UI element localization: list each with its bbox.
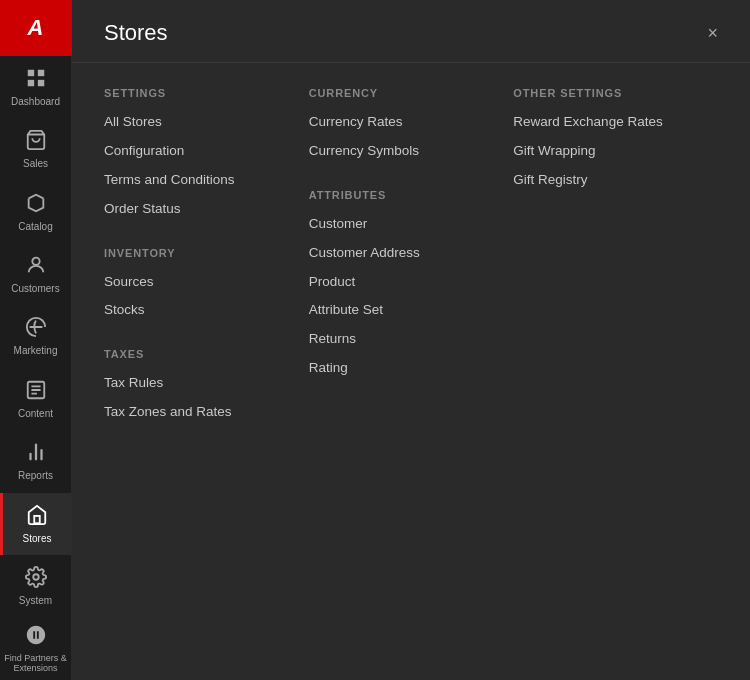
taxes-heading: TAXES: [104, 348, 309, 360]
sidebar-item-stores[interactable]: Stores: [0, 493, 72, 555]
gift-wrapping-link[interactable]: Gift Wrapping: [513, 142, 718, 161]
terms-conditions-link[interactable]: Terms and Conditions: [104, 171, 309, 190]
sidebar-item-label: Sales: [23, 158, 48, 170]
column-3: OTHER SETTINGS Reward Exchange Rates Gif…: [513, 87, 718, 450]
reports-icon: [25, 441, 47, 466]
reward-exchange-rates-link[interactable]: Reward Exchange Rates: [513, 113, 718, 132]
sidebar-item-label: Reports: [18, 470, 53, 482]
inventory-heading: INVENTORY: [104, 247, 309, 259]
attributes-section: ATTRIBUTES Customer Customer Address Pro…: [309, 189, 514, 378]
svg-rect-3: [37, 80, 43, 86]
system-icon: [25, 566, 47, 591]
currency-section: CURRENCY Currency Rates Currency Symbols: [309, 87, 514, 161]
content-icon: [25, 379, 47, 404]
stores-icon: [26, 504, 48, 529]
dashboard-icon: [25, 67, 47, 92]
customer-link[interactable]: Customer: [309, 215, 514, 234]
sidebar-item-label: Marketing: [14, 345, 58, 357]
settings-heading: SETTINGS: [104, 87, 309, 99]
customer-address-link[interactable]: Customer Address: [309, 244, 514, 263]
column-2: CURRENCY Currency Rates Currency Symbols…: [309, 87, 514, 450]
find-partners-icon: [25, 624, 47, 649]
sidebar-item-label: Find Partners & Extensions: [0, 653, 72, 675]
settings-section: SETTINGS All Stores Configuration Terms …: [104, 87, 309, 219]
page-header: Stores ×: [72, 0, 750, 63]
sidebar-item-sales[interactable]: Sales: [0, 118, 72, 180]
svg-point-7: [33, 574, 39, 580]
close-button[interactable]: ×: [707, 24, 718, 42]
currency-symbols-link[interactable]: Currency Symbols: [309, 142, 514, 161]
taxes-section: TAXES Tax Rules Tax Zones and Rates: [104, 348, 309, 422]
inventory-section: INVENTORY Sources Stocks: [104, 247, 309, 321]
sidebar-item-content[interactable]: Content: [0, 368, 72, 430]
returns-link[interactable]: Returns: [309, 330, 514, 349]
column-1: SETTINGS All Stores Configuration Terms …: [104, 87, 309, 450]
sidebar-item-system[interactable]: System: [0, 555, 72, 617]
sidebar-item-marketing[interactable]: Marketing: [0, 306, 72, 368]
attributes-heading: ATTRIBUTES: [309, 189, 514, 201]
rating-link[interactable]: Rating: [309, 359, 514, 378]
currency-rates-link[interactable]: Currency Rates: [309, 113, 514, 132]
svg-rect-1: [37, 69, 43, 75]
stocks-link[interactable]: Stocks: [104, 301, 309, 320]
page-title: Stores: [104, 20, 168, 46]
product-link[interactable]: Product: [309, 273, 514, 292]
sidebar-item-label: System: [19, 595, 52, 607]
logo-text: A: [28, 15, 44, 41]
currency-heading: CURRENCY: [309, 87, 514, 99]
sidebar-item-label: Content: [18, 408, 53, 420]
sidebar-item-reports[interactable]: Reports: [0, 430, 72, 492]
sources-link[interactable]: Sources: [104, 273, 309, 292]
gift-registry-link[interactable]: Gift Registry: [513, 171, 718, 190]
order-status-link[interactable]: Order Status: [104, 200, 309, 219]
sidebar-item-label: Catalog: [18, 221, 52, 233]
sidebar-item-label: Stores: [23, 533, 52, 545]
customers-icon: [25, 254, 47, 279]
main-content: Stores × SETTINGS All Stores Configurati…: [72, 0, 750, 680]
configuration-link[interactable]: Configuration: [104, 142, 309, 161]
other-settings-heading: OTHER SETTINGS: [513, 87, 718, 99]
sales-icon: [25, 129, 47, 154]
sidebar-item-label: Customers: [11, 283, 59, 295]
sidebar-item-label: Dashboard: [11, 96, 60, 108]
tax-zones-rates-link[interactable]: Tax Zones and Rates: [104, 403, 309, 422]
svg-rect-2: [27, 80, 33, 86]
catalog-icon: [25, 192, 47, 217]
sidebar: A Dashboard Sales Catalog Customers Mark…: [0, 0, 72, 680]
svg-rect-0: [27, 69, 33, 75]
sidebar-item-find-partners[interactable]: Find Partners & Extensions: [0, 618, 72, 680]
svg-rect-6: [34, 515, 40, 522]
sidebar-item-dashboard[interactable]: Dashboard: [0, 56, 72, 118]
other-settings-section: OTHER SETTINGS Reward Exchange Rates Gif…: [513, 87, 718, 190]
attribute-set-link[interactable]: Attribute Set: [309, 301, 514, 320]
menu-grid: SETTINGS All Stores Configuration Terms …: [72, 63, 750, 474]
tax-rules-link[interactable]: Tax Rules: [104, 374, 309, 393]
app-logo[interactable]: A: [0, 0, 72, 56]
sidebar-item-customers[interactable]: Customers: [0, 243, 72, 305]
marketing-icon: [25, 316, 47, 341]
svg-point-4: [32, 258, 39, 265]
all-stores-link[interactable]: All Stores: [104, 113, 309, 132]
sidebar-item-catalog[interactable]: Catalog: [0, 181, 72, 243]
